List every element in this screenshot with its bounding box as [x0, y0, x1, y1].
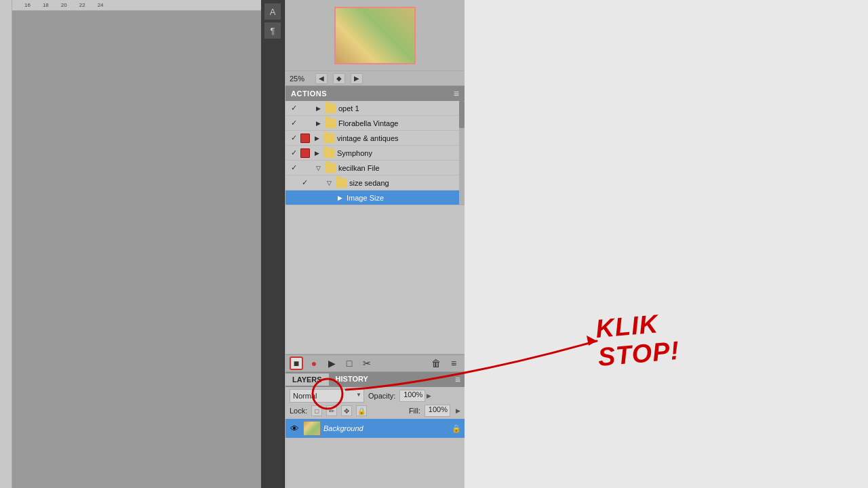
folder-kecilkan	[325, 163, 336, 173]
actions-panel-title: ACTIONS	[291, 89, 327, 98]
zoom-bar: 25% ◀ ◆ ▶	[285, 71, 465, 86]
actions-empty-area	[285, 205, 465, 354]
action-item-symphony[interactable]: ✓ ▶ Symphony	[285, 146, 465, 161]
action-name-image-size: Image Size	[347, 194, 462, 202]
ruler-tick-16: 16	[24, 2, 31, 8]
action-name-florabella: Florabella Vintage	[338, 119, 462, 127]
folder-florabella	[325, 119, 336, 128]
folder-symphony	[323, 148, 334, 158]
layer-lock-icon: 🔒	[451, 423, 462, 434]
canvas-area: 16 18 20 22 24	[0, 0, 261, 488]
right-panel: 25% ◀ ◆ ▶ ACTIONS ≡ ✓ ▶ opet 1 ✓ ▶ Flora…	[285, 0, 465, 488]
arrow-symphony[interactable]: ▶	[311, 148, 322, 159]
paragraph-tool-button[interactable]: ¶	[264, 22, 281, 39]
ruler-tick-18: 18	[43, 2, 49, 8]
check-vintage: ✓	[288, 133, 299, 144]
layers-controls: Normal Dissolve Multiply Screen ▼ Opacit…	[285, 387, 465, 419]
zoom-left-btn[interactable]: ◀	[315, 73, 328, 84]
action-item-opet1[interactable]: ✓ ▶ opet 1	[285, 101, 465, 116]
ruler-tick-20: 20	[61, 2, 67, 8]
check-kecilkan: ✓	[288, 163, 299, 174]
action-name-size-sedang: size sedang	[349, 179, 462, 187]
layer-visibility-toggle[interactable]: 👁	[288, 422, 300, 434]
zoom-right-btn[interactable]: ▶	[351, 73, 363, 84]
preview-area	[285, 0, 465, 71]
fill-arrow[interactable]: ▶	[456, 407, 460, 414]
preview-image	[334, 7, 416, 64]
arrow-kecilkan[interactable]: ▽	[313, 163, 323, 174]
red-box-symphony	[300, 148, 310, 158]
text-tool-button[interactable]: A	[264, 3, 281, 20]
actions-panel-header: ACTIONS ≡	[285, 86, 465, 101]
klik-stop-annotation: KLIK STOP!	[595, 308, 681, 372]
red-box-vintage	[300, 134, 310, 143]
play-button[interactable]: ▶	[325, 357, 338, 370]
folder-vintage	[323, 134, 334, 143]
fill-value[interactable]: 100%	[425, 405, 450, 417]
lock-all-btn[interactable]: 🔒	[356, 405, 367, 416]
check-symphony: ✓	[288, 148, 299, 159]
playback-bar: ■ ● ▶ □ ✂ 🗑 ≡	[285, 354, 465, 372]
lock-row: Lock: □ ✏ ✥ 🔒 Fill: 100% ▶	[290, 405, 460, 417]
layers-history-tabs: LAYERS HISTORY ≡	[285, 372, 465, 387]
action-item-vintage[interactable]: ✓ ▶ vintage & antiques	[285, 131, 465, 146]
folder-opet1	[325, 104, 336, 113]
layer-background[interactable]: 👁 Background 🔒	[285, 419, 465, 438]
blend-mode-select[interactable]: Normal Dissolve Multiply Screen	[290, 389, 364, 403]
check-image-size	[310, 192, 321, 203]
tab-layers[interactable]: LAYERS	[285, 373, 329, 386]
lock-image-btn[interactable]: ✏	[326, 405, 337, 416]
lock-position-btn[interactable]: ✥	[341, 405, 352, 416]
ruler-numbers: 16 18 20 22 24	[12, 2, 261, 8]
content-area	[465, 0, 868, 488]
actions-list: ✓ ▶ opet 1 ✓ ▶ Florabella Vintage ✓ ▶ vi…	[285, 101, 465, 205]
arrow-florabella[interactable]: ▶	[313, 118, 323, 129]
action-item-image-size[interactable]: ▶ Image Size	[285, 190, 465, 205]
ruler-tick-22: 22	[79, 2, 85, 8]
action-name-symphony: Symphony	[337, 149, 462, 157]
preview-image-inner	[336, 8, 414, 63]
fill-label: Fill:	[409, 407, 420, 415]
actions-scrollbar[interactable]	[459, 101, 465, 205]
arrow-size-sedang[interactable]: ▽	[323, 178, 334, 188]
ruler-tick-24: 24	[98, 2, 104, 8]
action-name-opet1: opet 1	[338, 104, 462, 113]
folder-size-sedang	[336, 178, 347, 188]
action-name-vintage: vintage & antiques	[337, 134, 462, 142]
actions-scrollbar-thumb[interactable]	[459, 101, 465, 128]
action-item-florabella[interactable]: ✓ ▶ Florabella Vintage	[285, 116, 465, 131]
panel-options-button[interactable]: ≡	[447, 357, 460, 370]
action-name-kecilkan: kecilkan File	[338, 164, 462, 172]
arrow-vintage[interactable]: ▶	[311, 133, 322, 144]
check-florabella: ✓	[288, 118, 299, 129]
zoom-value: 25%	[290, 75, 310, 83]
blend-mode-row: Normal Dissolve Multiply Screen ▼ Opacit…	[290, 389, 460, 403]
lock-transparent-btn[interactable]: □	[311, 405, 322, 416]
new-action-button[interactable]: □	[342, 357, 356, 370]
check-opet1: ✓	[288, 103, 299, 114]
opacity-arrow[interactable]: ▶	[427, 392, 431, 399]
record-button[interactable]: ●	[307, 357, 321, 370]
tab-history[interactable]: HISTORY	[329, 373, 375, 386]
trash-button[interactable]: 🗑	[429, 357, 443, 370]
arrow-opet1[interactable]: ▶	[313, 103, 323, 114]
actions-menu-button[interactable]: ≡	[454, 88, 459, 99]
opacity-value[interactable]: 100%	[399, 390, 425, 402]
check-size-sedang: ✓	[299, 178, 310, 188]
cut-button[interactable]: ✂	[360, 357, 374, 370]
ruler-left	[0, 0, 12, 488]
layers-menu-button[interactable]: ≡	[455, 374, 460, 385]
tool-panel: A ¶	[261, 0, 285, 488]
layer-name-background: Background	[323, 424, 448, 432]
action-item-size-sedang[interactable]: ✓ ▽ size sedang	[285, 176, 465, 190]
opacity-label: Opacity:	[368, 392, 395, 400]
action-item-kecilkan[interactable]: ✓ ▽ kecilkan File	[285, 161, 465, 176]
lock-label: Lock:	[290, 407, 307, 415]
layer-thumbnail	[303, 421, 321, 436]
stop-button[interactable]: ■	[290, 357, 303, 370]
zoom-mid-btn[interactable]: ◆	[333, 73, 345, 84]
ruler-top: 16 18 20 22 24	[12, 0, 261, 11]
arrow-image-size[interactable]: ▶	[334, 192, 345, 203]
